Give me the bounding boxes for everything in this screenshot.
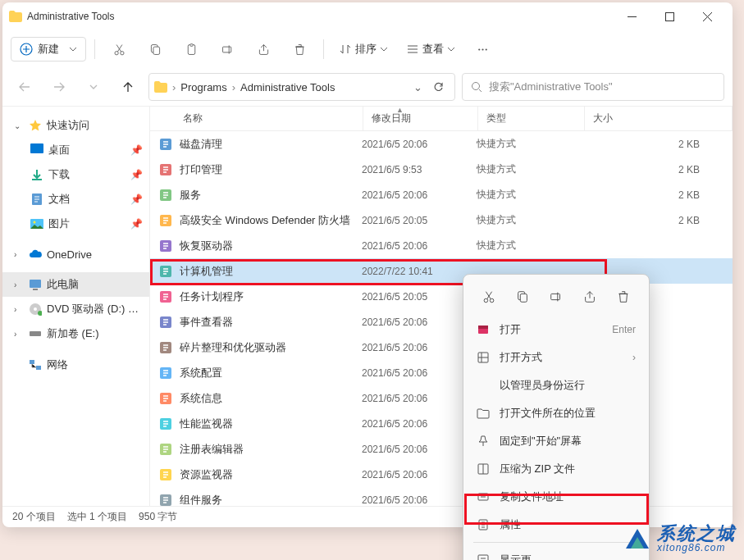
- column-size[interactable]: 大小: [585, 107, 733, 130]
- maximize-button[interactable]: [650, 2, 688, 30]
- svg-point-12: [472, 83, 480, 90]
- search-icon: [471, 81, 482, 93]
- back-button[interactable]: [11, 73, 39, 101]
- ctx-copy-path[interactable]: 复制文件地址: [468, 483, 644, 511]
- rename-button[interactable]: [212, 34, 243, 64]
- ctx-cut-button[interactable]: [475, 285, 503, 309]
- chevron-right-icon[interactable]: ›: [14, 330, 24, 339]
- file-row[interactable]: 磁盘清理2021/6/5 20:06快捷方式2 KB: [150, 131, 733, 157]
- sort-button[interactable]: 排序: [332, 38, 395, 61]
- watermark: 系统之城 xitong86.com: [623, 524, 736, 553]
- ctx-show-more[interactable]: 显示更: [468, 546, 644, 560]
- cut-button[interactable]: [103, 34, 135, 64]
- chevron-down-icon[interactable]: ⌄: [413, 81, 422, 93]
- chevron-right-icon: ›: [232, 81, 235, 93]
- more-button[interactable]: [467, 34, 498, 64]
- share-button[interactable]: [248, 34, 279, 64]
- forward-button[interactable]: [45, 73, 73, 101]
- title-bar: Administrative Tools: [2, 2, 733, 30]
- ctx-run-as-admin[interactable]: 以管理员身份运行: [468, 371, 644, 399]
- sort-label: 排序: [355, 42, 377, 57]
- file-icon: [158, 493, 173, 507]
- svg-rect-0: [665, 12, 673, 20]
- ctx-delete-button[interactable]: [609, 285, 637, 309]
- sidebar-item-onedrive[interactable]: › OneDrive: [2, 243, 149, 266]
- ctx-compress-zip[interactable]: 压缩为 ZIP 文件: [468, 455, 644, 483]
- sidebar-item-desktop[interactable]: 桌面 📌: [2, 138, 149, 162]
- download-icon: [30, 168, 43, 181]
- pin-icon: 📌: [130, 144, 143, 156]
- file-row[interactable]: 打印管理2021/6/5 9:53快捷方式2 KB: [150, 157, 733, 182]
- column-modified[interactable]: 修改日期: [363, 107, 478, 130]
- delete-button[interactable]: [284, 34, 315, 64]
- file-row[interactable]: 服务2021/6/5 20:06快捷方式2 KB: [150, 182, 733, 207]
- disc-icon: [29, 303, 42, 316]
- file-icon: [158, 315, 173, 330]
- search-input[interactable]: 搜索"Administrative Tools": [462, 73, 724, 101]
- column-name[interactable]: 名称: [150, 107, 363, 130]
- sidebar-item-network[interactable]: › 网络: [2, 353, 149, 377]
- file-name: 高级安全 Windows Defender 防火墙: [180, 213, 350, 228]
- status-selection: 选中 1 个项目: [67, 510, 127, 524]
- sidebar-item-volume[interactable]: › 新加卷 (E:): [2, 321, 149, 346]
- ctx-open-with[interactable]: 打开方式 ›: [468, 344, 644, 371]
- chevron-down-icon: [69, 47, 77, 52]
- view-label: 查看: [422, 42, 444, 57]
- zip-icon: [477, 462, 490, 476]
- close-button[interactable]: [688, 2, 726, 30]
- chevron-down-icon[interactable]: ⌄: [14, 121, 24, 130]
- file-row[interactable]: 恢复驱动器2021/6/5 20:06快捷方式: [150, 233, 733, 258]
- ctx-share-button[interactable]: [576, 285, 604, 309]
- breadcrumb[interactable]: Programs: [180, 81, 226, 93]
- sidebar-item-this-pc[interactable]: › 此电脑: [2, 272, 149, 297]
- sidebar-item-downloads[interactable]: 下载 📌: [2, 162, 149, 187]
- chevron-right-icon[interactable]: ›: [14, 305, 24, 314]
- file-date: 2021/6/5 20:06: [362, 367, 477, 379]
- open-icon: [477, 323, 490, 336]
- breadcrumb[interactable]: Administrative Tools: [240, 81, 335, 93]
- folder-icon: [9, 11, 22, 22]
- file-name: 任务计划程序: [180, 289, 244, 304]
- ctx-rename-button[interactable]: [542, 285, 570, 309]
- ctx-copy-button[interactable]: [509, 285, 536, 309]
- star-icon: [29, 119, 42, 132]
- svg-rect-18: [33, 289, 38, 290]
- view-button[interactable]: 查看: [399, 38, 462, 61]
- file-name: 服务: [180, 188, 201, 203]
- paste-button[interactable]: [176, 34, 207, 64]
- ctx-properties[interactable]: 属性: [468, 511, 644, 539]
- address-bar[interactable]: › Programs › Administrative Tools ⌄: [148, 73, 455, 101]
- file-size: 2 KB: [583, 189, 724, 201]
- chevron-right-icon[interactable]: ›: [14, 280, 24, 289]
- sidebar-item-quick-access[interactable]: ⌄ 快速访问: [2, 113, 149, 138]
- file-icon: [158, 391, 173, 406]
- ctx-open[interactable]: 打开 Enter: [468, 316, 644, 344]
- refresh-icon[interactable]: [432, 81, 445, 93]
- file-icon: [158, 213, 173, 228]
- column-type[interactable]: 类型: [478, 107, 585, 130]
- status-size: 950 字节: [139, 510, 177, 524]
- drive-icon: [29, 327, 42, 340]
- minimize-button[interactable]: [613, 2, 650, 30]
- new-button[interactable]: 新建: [11, 37, 86, 61]
- copy-button[interactable]: [139, 34, 171, 64]
- file-icon: [158, 467, 173, 482]
- search-placeholder: 搜索"Administrative Tools": [489, 80, 613, 94]
- sidebar-item-documents[interactable]: 文档 📌: [2, 187, 149, 212]
- file-row[interactable]: 高级安全 Windows Defender 防火墙2021/6/5 20:05快…: [150, 207, 733, 233]
- chevron-right-icon: ›: [632, 352, 636, 363]
- file-date: 2021/6/5 20:06: [362, 240, 477, 252]
- file-name: 资源监视器: [180, 467, 233, 482]
- sidebar-item-dvd[interactable]: › DVD 驱动器 (D:) CO: [2, 297, 149, 321]
- sidebar-item-pictures[interactable]: 图片 📌: [2, 212, 149, 236]
- ctx-pin-to-start[interactable]: 固定到"开始"屏幕: [468, 427, 644, 455]
- file-icon: [158, 137, 173, 152]
- file-type: 快捷方式: [477, 239, 583, 253]
- file-icon: [158, 239, 173, 253]
- chevron-right-icon[interactable]: ›: [14, 250, 24, 259]
- svg-rect-13: [30, 143, 43, 153]
- ctx-open-location[interactable]: 打开文件所在的位置: [468, 399, 644, 427]
- up-button[interactable]: [114, 73, 142, 101]
- properties-icon: [477, 518, 490, 531]
- recent-button[interactable]: [80, 73, 107, 101]
